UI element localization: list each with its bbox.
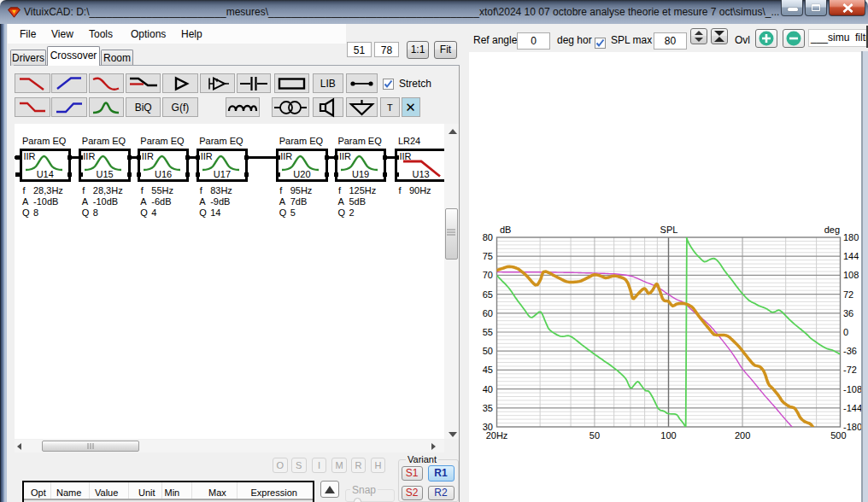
svg-text:108: 108 <box>843 270 859 280</box>
svg-text:144: 144 <box>843 251 859 261</box>
svg-text:60: 60 <box>483 308 493 318</box>
svg-text:50: 50 <box>483 346 493 356</box>
svg-text:-36: -36 <box>843 346 857 356</box>
svg-text:20Hz: 20Hz <box>486 430 508 441</box>
svg-text:72: 72 <box>843 289 853 300</box>
svg-text:55: 55 <box>483 327 493 337</box>
svg-text:-72: -72 <box>843 365 857 375</box>
svg-text:deg: deg <box>824 225 840 235</box>
svg-text:35: 35 <box>483 403 493 413</box>
svg-text:75: 75 <box>483 251 493 261</box>
svg-text:80: 80 <box>483 232 493 242</box>
svg-text:-108: -108 <box>843 384 861 394</box>
svg-text:40: 40 <box>483 384 493 394</box>
svg-text:36: 36 <box>843 308 853 318</box>
svg-text:100: 100 <box>660 430 676 441</box>
svg-text:65: 65 <box>483 289 493 300</box>
svg-text:0: 0 <box>843 327 848 337</box>
svg-text:45: 45 <box>483 365 493 375</box>
svg-text:SPL: SPL <box>660 225 678 235</box>
svg-text:50: 50 <box>589 430 600 441</box>
svg-text:200: 200 <box>735 430 750 441</box>
svg-text:70: 70 <box>483 270 493 280</box>
svg-text:-144: -144 <box>843 403 861 413</box>
svg-text:500: 500 <box>830 430 846 441</box>
svg-text:180: 180 <box>843 232 859 242</box>
svg-text:dB: dB <box>500 225 511 235</box>
